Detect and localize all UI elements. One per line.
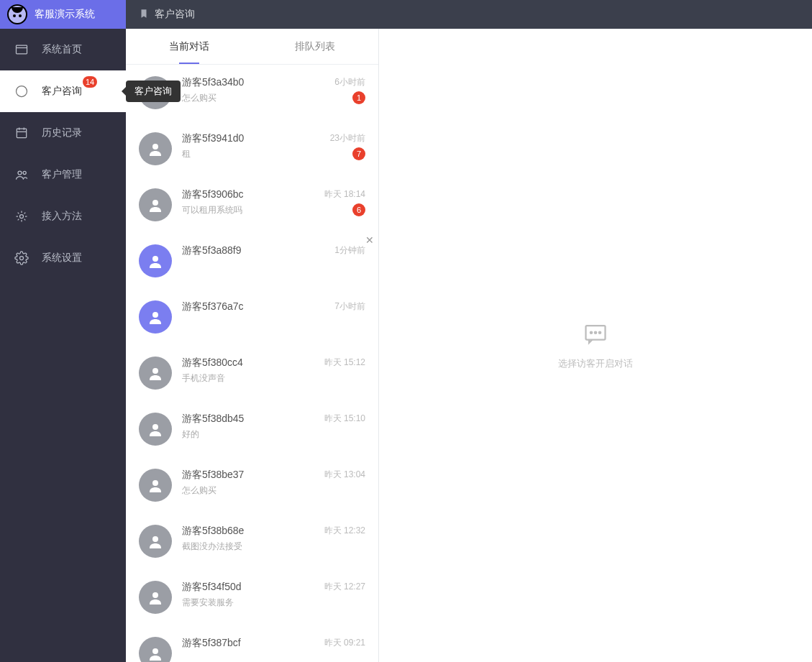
conversation-time: 6小时前 xyxy=(334,76,365,88)
conversation-item[interactable]: 游客5f38be37怎么购买昨天 13:04 xyxy=(126,457,378,513)
tab-queue[interactable]: 排队列表 xyxy=(252,29,379,64)
conversation-time: 昨天 15:12 xyxy=(324,357,365,369)
conversation-item[interactable]: 游客5f34f50d需要安装服务昨天 12:27 xyxy=(126,569,378,625)
avatar xyxy=(139,300,172,334)
conversation-preview: 可以租用系统吗 xyxy=(182,204,314,216)
nav-settings[interactable]: 系统设置 xyxy=(0,237,126,279)
conversation-name: 游客5f38b68e xyxy=(182,525,314,538)
conversation-body: 游客5f34f50d需要安装服务 xyxy=(182,581,314,614)
conversation-name: 游客5f3a34b0 xyxy=(182,76,324,89)
tab-current[interactable]: 当前对话 xyxy=(126,29,252,64)
conversation-preview: 截图没办法接受 xyxy=(182,541,314,553)
conversation-time: 昨天 15:10 xyxy=(324,413,365,425)
conversation-preview: 怎么购买 xyxy=(182,484,314,497)
conversation-meta: 昨天 15:12 xyxy=(324,357,365,390)
conversation-item[interactable]: 游客5f387bcf昨天 09:21 xyxy=(126,625,378,662)
chat-icon xyxy=(14,84,29,98)
gear-icon xyxy=(14,251,29,265)
conversation-item[interactable]: 游客5f3a88f91分钟前✕ xyxy=(126,233,378,289)
nav-history[interactable]: 历史记录 xyxy=(0,112,126,154)
avatar xyxy=(139,132,172,165)
conversation-time: 昨天 12:32 xyxy=(324,525,365,537)
conversation-item[interactable]: 游客5f3941d0租23小时前7 xyxy=(126,121,378,177)
conversation-meta: 昨天 13:04 xyxy=(324,469,365,502)
main: 客户咨询 当前对话 排队列表 游客5f3a34b0怎么购买6小时前1游客5f39… xyxy=(126,0,812,662)
conversation-body: 游客5f376a7c xyxy=(182,300,324,334)
page-title: 客户咨询 xyxy=(155,8,195,21)
svg-point-13 xyxy=(152,200,158,206)
conversation-body: 游客5f3906bc可以租用系统吗 xyxy=(182,188,314,221)
conversation-meta: 昨天 15:10 xyxy=(324,413,365,446)
conversation-preview: 需要安装服务 xyxy=(182,597,314,609)
svg-point-20 xyxy=(152,592,158,598)
conversation-preview: 租 xyxy=(182,148,320,160)
conversation-name: 游客5f376a7c xyxy=(182,300,324,313)
avatar xyxy=(139,244,172,277)
conversation-list[interactable]: 游客5f3a34b0怎么购买6小时前1游客5f3941d0租23小时前7游客5f… xyxy=(126,65,378,662)
nav-label: 历史记录 xyxy=(42,127,82,139)
conversation-name: 游客5f380cc4 xyxy=(182,357,314,369)
close-icon[interactable]: ✕ xyxy=(365,234,374,246)
conversation-time: 昨天 13:04 xyxy=(324,469,365,481)
svg-point-17 xyxy=(152,424,158,430)
nav-consult[interactable]: 客户咨询 14 客户咨询 xyxy=(0,70,126,112)
nav-label: 系统首页 xyxy=(42,43,82,56)
avatar xyxy=(139,469,172,502)
conversation-meta: 昨天 12:27 xyxy=(324,581,365,614)
conversation-preview: 怎么购买 xyxy=(182,92,324,104)
nav-label: 客户咨询 xyxy=(42,85,82,98)
empty-state-text: 选择访客开启对话 xyxy=(558,357,633,370)
conversation-item[interactable]: 游客5f376a7c7小时前 xyxy=(126,289,378,345)
avatar xyxy=(139,525,172,558)
svg-point-25 xyxy=(599,331,601,333)
conversation-meta: 6小时前1 xyxy=(334,76,365,109)
conversation-meta: 7小时前 xyxy=(334,300,365,334)
conversation-body: 游客5f3a34b0怎么购买 xyxy=(182,76,324,109)
nav-integration[interactable]: 接入方法 xyxy=(0,196,126,237)
nav-home[interactable]: 系统首页 xyxy=(0,29,126,70)
conversation-meta: 昨天 18:146 xyxy=(324,188,365,221)
conversation-preview: 好的 xyxy=(182,428,314,441)
conversation-meta: 23小时前7 xyxy=(330,132,365,165)
svg-point-9 xyxy=(20,215,24,219)
avatar xyxy=(139,637,172,662)
svg-point-24 xyxy=(595,331,596,333)
nav-customers[interactable]: 客户管理 xyxy=(0,154,126,196)
logo-bar: 客服演示系统 xyxy=(0,0,126,29)
conversation-item[interactable]: 游客5f3906bc可以租用系统吗昨天 18:146 xyxy=(126,177,378,233)
nav-label: 客户管理 xyxy=(42,168,82,181)
avatar xyxy=(139,357,172,390)
chat-empty-icon xyxy=(581,321,610,350)
conversation-name: 游客5f3a88f9 xyxy=(182,244,324,257)
sidebar: 客服演示系统 系统首页 客户咨询 14 客户咨询 历史记录 客户管理 接入方法 xyxy=(0,0,126,662)
svg-point-16 xyxy=(152,368,158,374)
conversation-body: 游客5f380cc4手机没声音 xyxy=(182,357,314,390)
conversation-body: 游客5f3941d0租 xyxy=(182,132,320,165)
nav-label: 系统设置 xyxy=(42,252,82,265)
conversation-meta: 昨天 09:21 xyxy=(324,637,365,662)
conversation-name: 游客5f34f50d xyxy=(182,581,314,594)
conversation-time: 7小时前 xyxy=(334,300,365,313)
conversation-item[interactable]: 游客5f38db45好的昨天 15:10 xyxy=(126,401,378,457)
conversation-meta: 昨天 12:32 xyxy=(324,525,365,558)
svg-point-19 xyxy=(152,536,158,542)
avatar xyxy=(139,413,172,446)
unread-badge: 1 xyxy=(352,91,365,104)
conversation-item[interactable]: 游客5f38b68e截图没办法接受昨天 12:32 xyxy=(126,513,378,569)
topbar: 客户咨询 xyxy=(126,0,812,29)
conversation-item[interactable]: 游客5f380cc4手机没声音昨天 15:12 xyxy=(126,345,378,401)
conversation-preview: 手机没声音 xyxy=(182,372,314,385)
conversation-name: 游客5f3906bc xyxy=(182,188,314,201)
conversation-name: 游客5f38be37 xyxy=(182,469,314,482)
conversation-name: 游客5f3941d0 xyxy=(182,132,320,145)
plug-icon xyxy=(14,209,29,224)
svg-rect-0 xyxy=(17,45,27,54)
svg-point-7 xyxy=(18,171,22,175)
conversation-time: 昨天 18:14 xyxy=(324,188,365,201)
conversation-meta: 1分钟前 xyxy=(334,244,365,277)
svg-point-14 xyxy=(152,256,158,262)
conversation-time: 昨天 09:21 xyxy=(324,637,365,649)
conversation-body: 游客5f3a88f9 xyxy=(182,244,324,277)
conversation-body: 游客5f38b68e截图没办法接受 xyxy=(182,525,314,558)
tabs: 当前对话 排队列表 xyxy=(126,29,378,65)
